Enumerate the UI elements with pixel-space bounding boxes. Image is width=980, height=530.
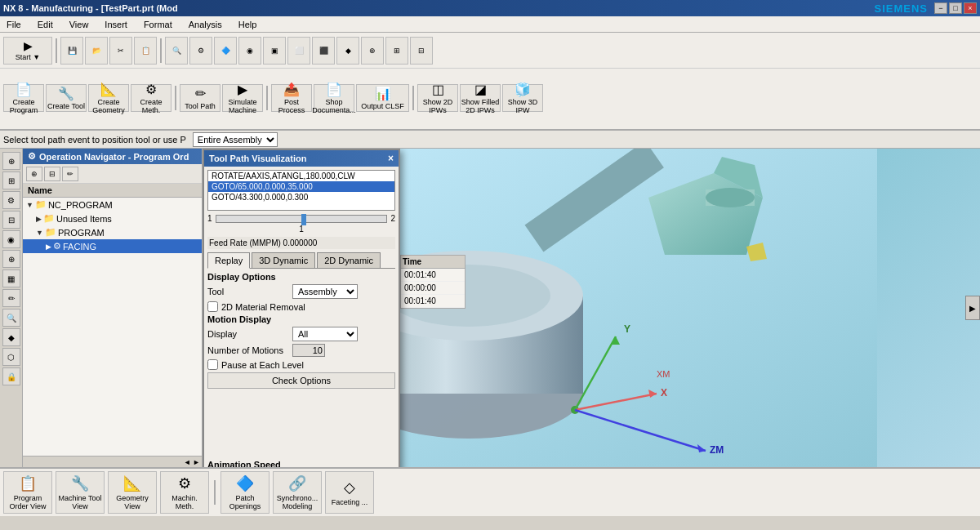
tree-icon-facing: ⚙ (53, 241, 61, 252)
create-geometry-btn[interactable]: 📐 CreateGeometry (88, 84, 129, 112)
sidebar-icon-5[interactable]: ◉ (2, 230, 20, 248)
toolbar-btn-12[interactable]: ◆ (336, 37, 359, 65)
separator (56, 38, 57, 63)
svg-text:Y: Y (624, 323, 630, 335)
toolbar-btn-2[interactable]: 📂 (85, 37, 108, 65)
nav-arrow-right[interactable]: ▶ (965, 296, 980, 320)
separator3 (175, 86, 176, 110)
op-nav-btn-1[interactable]: ⊕ (26, 167, 42, 181)
cmd-item-0[interactable]: ROTATE/AAXIS,ATANGL,180.000,CLW (208, 171, 394, 181)
op-nav-btn-3[interactable]: ✏ (62, 167, 78, 181)
spacer (207, 392, 395, 457)
toolbar-btn-3[interactable]: ✂ (109, 37, 132, 65)
cmd-item-1[interactable]: GOTO/65.000,0.000,35.000 (208, 181, 394, 192)
patch-label: PatchOpenings (229, 494, 261, 510)
shop-documentation-btn[interactable]: 📄 ShopDocumenta... (314, 84, 354, 112)
synchrono-modeling-btn[interactable]: 🔗 Synchrono...Modeling (273, 471, 322, 514)
sidebar-icon-12[interactable]: 🔒 (2, 367, 20, 385)
check-options-button[interactable]: Check Options (207, 372, 395, 389)
bottom-toolbar: 📋 ProgramOrder View 🔧 Machine ToolView 📐… (0, 467, 980, 516)
command-list[interactable]: ROTATE/AAXIS,ATANGL,180.000,CLW GOTO/65.… (207, 170, 395, 211)
material-removal-checkbox[interactable] (207, 301, 218, 312)
tab-replay[interactable]: Replay (207, 252, 250, 269)
toolbar-btn-7[interactable]: 🔷 (214, 37, 237, 65)
num-motions-input[interactable] (292, 344, 325, 357)
toolbar-btn-15[interactable]: ⊟ (410, 37, 433, 65)
menu-view[interactable]: View (66, 18, 92, 31)
show-filled-2d-btn[interactable]: ◪ Show Filled2D IPWs (460, 84, 501, 112)
machine-tool-view-btn[interactable]: 🔧 Machine ToolView (56, 471, 105, 514)
tree-item-facing[interactable]: ▶ ⚙ FACING (23, 239, 202, 253)
display-select[interactable]: All Current None (292, 327, 358, 341)
tree-item-unused[interactable]: ▶ 📁 Unused Items (23, 212, 202, 225)
create-tool-btn[interactable]: 🔧 Create Tool (46, 84, 87, 112)
separator5 (412, 86, 414, 110)
show-2d-ipws-btn[interactable]: ◫ Show 2DIPWs (417, 84, 458, 112)
tree-item-nc-program[interactable]: ▼ 📁 NC_PROGRAM (23, 198, 202, 212)
toolbar-btn-10[interactable]: ⬜ (287, 37, 310, 65)
tab-3d-dynamic[interactable]: 3D Dynamic (252, 252, 315, 268)
h-scrollbar[interactable]: ◄ ► (23, 456, 202, 467)
program-order-view-btn[interactable]: 📋 ProgramOrder View (3, 471, 52, 514)
simulate-machine-btn[interactable]: ▶ SimulateMachine (222, 84, 263, 112)
toolbar-btn-9[interactable]: ▣ (263, 37, 286, 65)
position-track[interactable] (216, 215, 388, 223)
post-process-btn[interactable]: 📤 PostProcess (271, 84, 312, 112)
create-program-btn[interactable]: 📄 CreateProgram (3, 84, 44, 112)
sidebar-icon-4[interactable]: ⊟ (2, 211, 20, 229)
sidebar-icon-2[interactable]: ⊞ (2, 171, 20, 189)
position-thumb[interactable] (301, 214, 306, 225)
close-button[interactable]: × (964, 2, 977, 14)
sidebar-icon-1[interactable]: ⊕ (2, 152, 20, 170)
sidebar-icon-9[interactable]: 🔍 (2, 309, 20, 327)
menu-edit[interactable]: Edit (34, 18, 56, 31)
tool-select[interactable]: Assembly Tool Only (292, 284, 358, 299)
faceting-btn[interactable]: ◇ Faceting ... (325, 471, 374, 514)
toolbar-btn-4[interactable]: 📋 (134, 37, 157, 65)
sidebar-icon-10[interactable]: ◆ (2, 328, 20, 346)
menu-help[interactable]: Help (235, 18, 261, 31)
toolbar-btn-13[interactable]: ⊕ (361, 37, 384, 65)
expand-icon-program: ▼ (36, 229, 43, 237)
toolbar-btn-14[interactable]: ⊞ (385, 37, 408, 65)
toolbar-btn-1[interactable]: 💾 (60, 37, 83, 65)
machine-tool-icon: 🔧 (71, 474, 89, 492)
create-geometry-label: CreateGeometry (92, 98, 125, 114)
op-nav-btn-2[interactable]: ⊟ (44, 167, 60, 181)
time-col-header: Time (401, 256, 465, 269)
show-3d-ipw-btn[interactable]: 🧊 Show 3DIPW (502, 84, 543, 112)
menu-format[interactable]: Format (140, 18, 176, 31)
time-row-2: 00:00:00 (401, 282, 465, 295)
cmd-item-2[interactable]: GOTO/43.300,0.000,0.300 (208, 192, 394, 203)
geometry-view-btn[interactable]: 📐 GeometryView (108, 471, 157, 514)
sidebar-icon-7[interactable]: ▦ (2, 269, 20, 287)
tab-2d-dynamic[interactable]: 2D Dynamic (317, 252, 381, 268)
toolbar-btn-8[interactable]: ◉ (238, 37, 261, 65)
toolbar-btn-5[interactable]: 🔍 (165, 37, 188, 65)
pause-checkbox[interactable] (207, 359, 218, 370)
tree-item-program[interactable]: ▼ 📁 PROGRAM (23, 225, 202, 239)
minimize-button[interactable]: − (934, 2, 947, 14)
dialog-close-button[interactable]: × (388, 153, 394, 164)
create-method-btn[interactable]: ⚙ CreateMeth. (131, 84, 172, 112)
output-clsf-btn[interactable]: 📊 Output CLSF (356, 84, 409, 112)
synchrono-icon: 🔗 (288, 474, 306, 492)
tool-path-btn[interactable]: ✏ Tool Path (180, 84, 220, 112)
menu-insert[interactable]: Insert (101, 18, 131, 31)
start-button[interactable]: ▶ Start ▼ (3, 37, 52, 65)
main-area: ⊕ ⊞ ⚙ ⊟ ◉ ⊕ ▦ ✏ 🔍 ◆ ⬡ 🔒 ⚙ Operation Navi… (0, 149, 980, 467)
menu-file[interactable]: File (3, 18, 24, 31)
menu-analysis[interactable]: Analysis (185, 18, 225, 31)
sidebar-icon-6[interactable]: ⊕ (2, 250, 20, 268)
tree-icon-nc: 📁 (35, 199, 47, 210)
show-filled-label: Show Filled2D IPWs (461, 98, 500, 114)
toolbar-btn-6[interactable]: ⚙ (189, 37, 212, 65)
assembly-dropdown[interactable]: Entire Assembly (193, 132, 278, 147)
maximize-button[interactable]: □ (949, 2, 962, 14)
machine-method-btn[interactable]: ⚙ Machin.Meth. (160, 471, 209, 514)
patch-openings-btn[interactable]: 🔷 PatchOpenings (220, 471, 270, 514)
sidebar-icon-8[interactable]: ✏ (2, 289, 20, 307)
toolbar-btn-11[interactable]: ⬛ (312, 37, 335, 65)
sidebar-icon-3[interactable]: ⚙ (2, 191, 20, 209)
sidebar-icon-11[interactable]: ⬡ (2, 348, 20, 366)
